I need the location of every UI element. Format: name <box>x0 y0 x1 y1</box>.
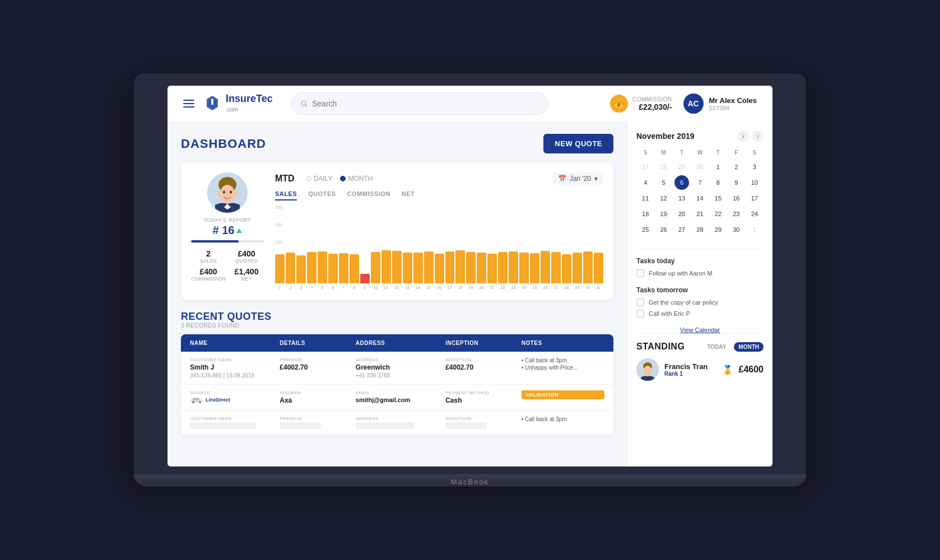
laptop-base-text: MacBook <box>451 478 489 486</box>
cal-day[interactable]: 1 <box>711 160 725 174</box>
laptop-frame: InsureTec .com 💰 COMMISSION <box>134 73 806 487</box>
bar-16 <box>435 254 444 283</box>
task-item: Follow up with Aaron M <box>636 269 764 277</box>
bar-26 <box>541 251 550 283</box>
table-header: NAME DETAILS ADDRESS INCEPTION NOTES <box>181 334 613 352</box>
toggle-month[interactable]: MONTH <box>340 175 373 183</box>
chart-label-22: 22 <box>498 286 508 290</box>
cal-day[interactable]: 19 <box>657 207 671 221</box>
laptop-base: MacBook <box>134 474 806 487</box>
th-address: ADDRESS <box>356 340 439 346</box>
toggle-daily[interactable]: DAILY <box>306 175 333 183</box>
mtd-card: TODAY'S REPORT # 16 2 <box>181 162 613 300</box>
cal-day[interactable]: 26 <box>657 222 671 237</box>
cal-day[interactable]: 17 <box>747 191 762 206</box>
cal-day[interactable]: 7 <box>692 175 707 190</box>
cal-next-button[interactable]: › <box>752 130 764 142</box>
task-checkbox-3[interactable] <box>636 310 644 318</box>
task-checkbox-2[interactable] <box>636 298 644 306</box>
bar-29 <box>573 253 582 283</box>
report-label: TODAY'S REPORT <box>204 217 252 223</box>
cal-day[interactable]: 24 <box>747 207 762 221</box>
chart-label-25: 25 <box>530 286 539 290</box>
cal-week-3: 11 12 13 14 15 16 17 <box>636 190 764 206</box>
new-quote-button[interactable]: NEW QUOTE <box>543 134 613 153</box>
cal-day[interactable]: 9 <box>729 175 743 190</box>
cal-day[interactable]: 30 <box>729 222 743 237</box>
cal-day[interactable]: 27 <box>674 222 689 237</box>
cal-day[interactable]: 3 <box>747 160 762 174</box>
chart-label-30: 30 <box>583 286 593 290</box>
cal-day[interactable]: 14 <box>692 191 707 206</box>
chart-label-21: 21 <box>487 286 497 290</box>
cal-day[interactable]: 4 <box>638 175 653 190</box>
validation-badge[interactable]: VALIDATION <box>522 390 604 399</box>
bar-25 <box>530 253 539 283</box>
cal-day[interactable]: 25 <box>638 222 653 237</box>
cal-week-5: 25 26 27 28 29 30 1 <box>636 222 764 237</box>
cal-day[interactable]: 30 <box>692 160 707 174</box>
bar-10 <box>371 252 380 283</box>
calendar-header: November 2019 ‹ › <box>636 130 764 142</box>
cal-day[interactable]: 10 <box>747 175 762 190</box>
logo-icon <box>203 95 221 113</box>
chart-label-16: 16 <box>435 286 444 290</box>
chart-tab-sales[interactable]: SALES <box>275 190 297 200</box>
cal-day[interactable]: 21 <box>692 207 707 221</box>
standing-avatar <box>636 358 659 381</box>
quotes-value: £400 <box>229 249 264 258</box>
chart-tab-commission[interactable]: COMMISSION <box>347 190 390 200</box>
user-id: 527384 <box>709 105 757 111</box>
toggle-daily-dot <box>306 176 311 181</box>
cal-day[interactable]: 20 <box>674 207 689 221</box>
standing-tabs: TODAY MONTH <box>702 342 764 352</box>
cal-day[interactable]: 1 <box>747 222 762 237</box>
td-notes-group: • Call back at 3pm • Unhappy with Price.… <box>522 357 604 379</box>
cal-day[interactable]: 27 <box>638 160 653 174</box>
cal-day-today[interactable]: 6 <box>674 175 689 190</box>
cal-day[interactable]: 16 <box>729 191 743 206</box>
cal-day[interactable]: 12 <box>657 191 671 206</box>
cal-day[interactable]: 18 <box>638 207 653 221</box>
quotes-label: QUOTES <box>229 258 264 264</box>
progress-bar <box>191 240 264 242</box>
cal-day[interactable]: 15 <box>711 191 725 206</box>
search-input[interactable] <box>312 99 539 108</box>
view-calendar-link[interactable]: View Calendar <box>636 326 764 333</box>
chart-tab-quotes[interactable]: QUOTES <box>308 190 336 200</box>
chart-label-24: 24 <box>519 286 529 290</box>
date-selector[interactable]: 📅 Jan '20 ▾ <box>552 172 603 185</box>
menu-icon[interactable] <box>183 100 194 108</box>
standing-tab-today[interactable]: TODAY <box>702 342 730 352</box>
chart-tab-net[interactable]: NET <box>402 190 415 200</box>
cal-day[interactable]: 28 <box>657 160 671 174</box>
bar-8 <box>350 254 359 283</box>
cal-day[interactable]: 2 <box>729 160 743 174</box>
standing-title: STANDING <box>636 342 685 352</box>
cal-day[interactable]: 11 <box>638 191 653 206</box>
task-checkbox[interactable] <box>636 269 644 277</box>
chart-label-2: 2 <box>286 286 295 290</box>
standing-avatar-svg <box>636 358 659 381</box>
cal-day[interactable]: 23 <box>729 207 743 221</box>
chart-label-10: 10 <box>371 286 380 290</box>
cal-day[interactable]: 22 <box>711 207 725 221</box>
cal-day[interactable]: 29 <box>711 222 725 237</box>
cal-day[interactable]: 5 <box>657 175 671 190</box>
cal-prev-button[interactable]: ‹ <box>738 130 749 142</box>
task-item-3: Call with Eric P <box>636 310 764 318</box>
standing-tab-month[interactable]: MONTH <box>734 342 764 352</box>
cal-week-2: 4 5 6 7 8 9 10 <box>636 175 764 190</box>
cal-day[interactable]: 29 <box>674 160 689 174</box>
search-bar[interactable] <box>291 92 548 115</box>
cal-day[interactable]: 28 <box>692 222 707 237</box>
bar-15 <box>424 251 434 283</box>
cal-day[interactable]: 8 <box>711 175 725 190</box>
cal-day[interactable]: 13 <box>674 191 689 206</box>
standing-name: Francis Tran <box>664 362 716 371</box>
user-area: AC Mr Alex Coles 527384 <box>683 94 757 114</box>
chart-label-13: 13 <box>403 286 412 290</box>
report-number: # 16 <box>213 224 243 237</box>
user-info: Mr Alex Coles 527384 <box>709 96 757 111</box>
table-row-3: CUSTOMER NAME PREMIUM ADDRESS <box>181 410 613 435</box>
